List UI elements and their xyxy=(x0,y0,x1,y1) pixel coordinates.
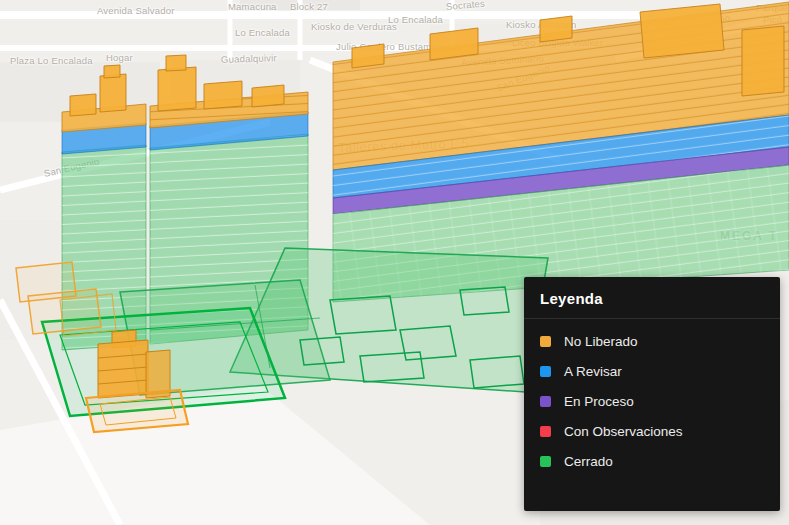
legend-item-con-observaciones[interactable]: Con Observaciones xyxy=(540,424,764,439)
status-swatch-a-revisar xyxy=(540,366,551,377)
legend-label: Con Observaciones xyxy=(564,424,683,439)
legend-label: En Proceso xyxy=(564,394,634,409)
status-swatch-cerrado xyxy=(540,456,551,467)
status-swatch-en-proceso xyxy=(540,396,551,407)
legend-label: A Revisar xyxy=(564,364,622,379)
legend-item-cerrado[interactable]: Cerrado xyxy=(540,454,764,469)
legend-panel: Leyenda No Liberado A Revisar En Proceso… xyxy=(524,277,780,511)
legend-item-no-liberado[interactable]: No Liberado xyxy=(540,334,764,349)
legend-label: No Liberado xyxy=(564,334,638,349)
legend-divider xyxy=(524,318,780,319)
legend-title: Leyenda xyxy=(540,290,764,307)
legend-item-en-proceso[interactable]: En Proceso xyxy=(540,394,764,409)
map-canvas[interactable]: Avenida Salvador Mamacuna Block 27 Socra… xyxy=(0,0,789,525)
legend-label: Cerrado xyxy=(564,454,613,469)
legend-item-a-revisar[interactable]: A Revisar xyxy=(540,364,764,379)
status-swatch-con-observaciones xyxy=(540,426,551,437)
status-swatch-no-liberado xyxy=(540,336,551,347)
